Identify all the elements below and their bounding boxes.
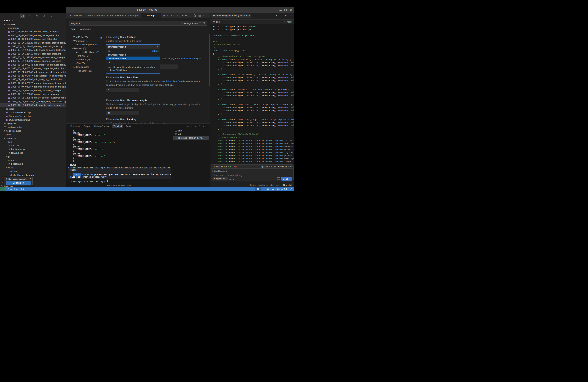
more-actions-icon[interactable]: ⋯ — [285, 14, 287, 17]
scope-tab-user[interactable]: User — [71, 28, 76, 31]
toggle-bottom-panel-icon[interactable] — [279, 9, 282, 11]
toc-item[interactable]: TypeScript (16) — [66, 69, 99, 73]
tree-item[interactable]: DatabaseSeeder.php — [0, 114, 66, 118]
tree-item[interactable]: 0001_01_01_000001_create_cache_table.php — [0, 34, 66, 37]
close-tab-icon[interactable]: ✕ — [157, 14, 159, 17]
toc-item[interactable]: Terminal (1) — [66, 54, 99, 58]
go-live-button[interactable]: Go Live — [264, 188, 274, 191]
source-control-icon[interactable] — [34, 14, 39, 18]
tree-folder[interactable]: database — [0, 22, 66, 26]
chat-input-box[interactable]: @ Add context Plan, search, build anythi… — [211, 169, 294, 181]
enabled-select[interactable]: offUnlessPressed ▾ — [106, 44, 160, 49]
attach-image-icon[interactable] — [277, 177, 280, 180]
tree-item[interactable]: ☰database.sqlite — [0, 125, 66, 129]
toggle-left-panel-icon[interactable] — [274, 9, 277, 11]
tree-item[interactable]: 2025_07_17_084357_fix_foreign_key_constr… — [0, 100, 66, 103]
tree-item[interactable]: 2025_06_24_030048_add_company_id_to_user… — [0, 70, 66, 74]
tree-item[interactable]: 2025_07_01_033903_add_field_on_question.… — [0, 77, 66, 81]
panel-tab-debug-console[interactable]: Debug Console — [93, 124, 111, 128]
ports-indicator[interactable]: 0 — [20, 188, 24, 191]
padding-checkbox[interactable] — [106, 122, 109, 123]
dropdown-option[interactable]: off — [106, 60, 160, 64]
collapsed-section-chevron-icon[interactable]: ❯ — [1, 177, 3, 179]
tree-item[interactable]: 2025_06_24_025723_create_companies_table… — [0, 67, 66, 70]
dropdown-option[interactable]: offUnlessPressed — [106, 57, 160, 60]
toc-item[interactable]: Chat (2) — [66, 61, 99, 65]
toc-item[interactable]: Editor Management (1) — [66, 43, 99, 47]
apply-button[interactable]: Apply — [284, 20, 292, 23]
settings-search-input[interactable] — [69, 22, 181, 25]
tree-item[interactable]: #app.css — [0, 144, 66, 147]
tree-item[interactable]: 2025_06_17_121443_create_questions_table… — [0, 45, 66, 48]
font-size-input[interactable] — [106, 88, 139, 92]
tree-item[interactable]: 2025_06_17_133003_create_answers_table.p… — [0, 59, 66, 63]
panel-tab-output[interactable]: Output — [82, 124, 92, 128]
tree-item[interactable]: 2025_07_15_083356_create_customer_table.… — [0, 89, 66, 92]
toc-item[interactable]: Extensions (16) — [66, 65, 99, 69]
tree-item[interactable]: 2025_06_17_132057_create_assessments_tab… — [0, 56, 66, 59]
collapsed-section-chevron-icon[interactable]: ❯ — [1, 181, 3, 183]
tree-item[interactable]: 2025_07_15_122833_create_agency_customer… — [0, 96, 66, 99]
toc-item[interactable]: Accessibility Sign... (1) — [66, 50, 99, 54]
tree-folder[interactable]: js — [0, 155, 66, 158]
terminal-process[interactable]: php check_foreign_keys... — [173, 136, 209, 140]
close-icon[interactable]: ✕ — [30, 177, 31, 180]
tree-folder[interactable]: public — [0, 133, 66, 136]
close-panel-icon[interactable]: ✕ — [203, 125, 204, 128]
code-content[interactable]: Illuminate\Support\Facades\Schema;Illumi… — [213, 25, 294, 163]
tree-folder[interactable]: css — [0, 140, 66, 144]
clear-filters-icon[interactable] — [199, 22, 202, 25]
dropdown-option[interactable]: onUnlessPressed — [106, 53, 160, 57]
terminal-dropdown-icon[interactable]: ▾ — [191, 125, 192, 127]
terminal-process[interactable]: php — [173, 129, 209, 133]
tree-item[interactable]: 2025_07_07_025322_rename_timestamp_in_us… — [0, 81, 66, 85]
split-editor-icon[interactable] — [198, 14, 201, 17]
dropdown-option[interactable]: ondefault — [106, 49, 160, 53]
zoom-out-icon[interactable] — [255, 187, 261, 191]
tree-item[interactable]: QuestionSeeder.php — [0, 118, 66, 122]
tree-item[interactable]: JSbootstrap.js — [0, 162, 66, 166]
edited-summary[interactable]: Edited 21 files — [214, 165, 227, 168]
tree-folder[interactable]: views — [0, 166, 66, 170]
problems-indicator[interactable]: 0 0 — [7, 188, 18, 191]
chat-tab[interactable]: Understanding whereHas() in Laravel — [211, 14, 252, 18]
panel-tab-problems[interactable]: Problems — [69, 124, 81, 128]
toc-item[interactable]: Workbench (1) — [66, 39, 99, 43]
tree-item[interactable]: 2025_06_17_125410_create_products_table.… — [0, 52, 66, 56]
tree-item[interactable]: 2025_07_07_040957_rename_timestamp_in_mu… — [0, 85, 66, 89]
tree-folder[interactable]: migrations — [0, 26, 66, 30]
search-icon[interactable] — [27, 14, 32, 18]
tree-item[interactable]: dashboard.blade.php — [0, 173, 66, 177]
tree-folder[interactable]: seeders — [0, 107, 66, 111]
toc-item[interactable]: Text Editor (5) — [66, 35, 99, 39]
chevron-down-icon[interactable] — [49, 14, 54, 18]
more-actions-icon[interactable]: ⋯ — [194, 125, 197, 128]
reject-all-button[interactable]: Reject all ⇧⌘⌫ — [260, 165, 276, 168]
setting-gear-icon[interactable]: ⚙ — [100, 37, 102, 39]
tree-item[interactable]: 2025_06_17_123055_add_fields_to_users_ta… — [0, 48, 66, 52]
extensions-icon[interactable] — [42, 14, 46, 18]
panel-tab-terminal[interactable]: Terminal — [112, 124, 123, 128]
tree-item[interactable]: 2025_06_18_070343_add_image_to_products_… — [0, 63, 66, 67]
add-context-chip[interactable]: @ Add context — [212, 170, 228, 173]
agent-mode-selector[interactable]: ∞ Agent⌘I⌃ — [212, 177, 228, 180]
terminal-output[interactable]: }, {#5292 +"TABLE_NAME": "products", }, … — [68, 130, 171, 183]
tree-item[interactable]: 2025_06_17_105529_create_question_groups… — [0, 41, 66, 44]
tree-item[interactable]: #bootstrap.css — [0, 148, 66, 151]
notifications-bell-icon[interactable] — [290, 188, 293, 191]
tree-item[interactable]: 2025_07_15_120608_create_agency_table.ph… — [0, 92, 66, 96]
new-chat-icon[interactable]: ＋ — [275, 14, 278, 17]
terminal-process[interactable]: zsh — [173, 133, 209, 136]
scrollbar-thumb[interactable] — [209, 34, 210, 86]
close-icon[interactable]: ✕ — [290, 14, 292, 17]
editor-tab[interactable]: Settings✕ — [141, 13, 161, 18]
filter-icon[interactable] — [203, 22, 205, 25]
accept-all-button[interactable]: Accept all ⌘⏎ — [278, 165, 292, 168]
panel-tab-ports[interactable]: Ports — [124, 124, 133, 128]
model-selector[interactable]: Auto ⌃ — [230, 178, 236, 180]
tree-item[interactable]: CompanySeeder.php — [0, 111, 66, 114]
maximize-panel-icon[interactable]: ⌃ — [199, 125, 200, 127]
open-changes-icon[interactable] — [194, 14, 196, 17]
editor-tab[interactable]: 2025_07_17_093943_add_cus_ins_udp_column… — [67, 13, 141, 18]
history-icon[interactable]: ↺ — [280, 14, 282, 17]
